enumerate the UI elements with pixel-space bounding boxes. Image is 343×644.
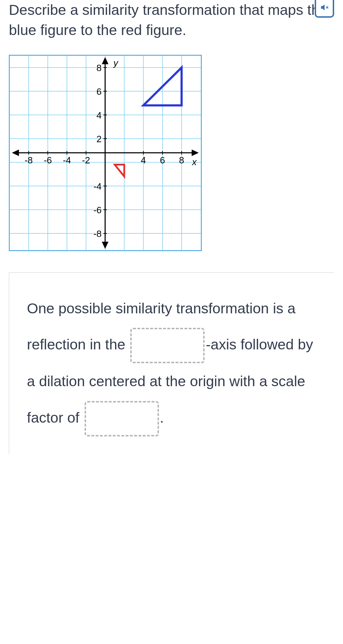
x-tick-label: 8 — [179, 155, 184, 166]
x-axis-label: x — [191, 157, 197, 167]
answer-container: One possible similarity transformation i… — [9, 272, 334, 454]
x-tick-label: -8 — [24, 155, 33, 166]
y-axis-label: y — [113, 58, 119, 68]
scale-factor-blank-input[interactable] — [85, 401, 159, 436]
y-tick-label: -6 — [93, 205, 102, 215]
y-tick-label: 6 — [97, 86, 102, 97]
y-tick-label: -4 — [93, 181, 102, 192]
question-text: Describe a similarity transformation tha… — [9, 0, 334, 41]
x-tick-label: -2 — [82, 155, 90, 166]
y-tick-label: 4 — [97, 110, 102, 121]
svg-marker-25 — [13, 150, 18, 155]
answer-text: One possible similarity transformation i… — [27, 290, 316, 436]
sound-toggle-button[interactable] — [315, 0, 334, 18]
x-tick-label: 6 — [160, 155, 165, 166]
axis-blank-input[interactable] — [130, 328, 205, 363]
svg-marker-27 — [103, 58, 108, 64]
x-tick-label: 4 — [141, 155, 146, 166]
red-triangle — [115, 164, 124, 176]
y-tick-label: 2 — [97, 134, 102, 144]
y-tick-label: -8 — [93, 228, 102, 239]
sound-off-icon — [321, 4, 328, 11]
svg-marker-28 — [103, 242, 108, 248]
y-tick-label: 8 — [97, 63, 102, 73]
coordinate-grid-chart: -8 -6 -4 -2 4 6 8 x 8 6 4 2 -4 -6 -8 y — [9, 55, 202, 251]
answer-part3: . — [160, 410, 164, 426]
x-tick-label: -6 — [44, 155, 52, 166]
svg-marker-24 — [192, 150, 198, 155]
x-tick-label: -4 — [63, 155, 71, 166]
